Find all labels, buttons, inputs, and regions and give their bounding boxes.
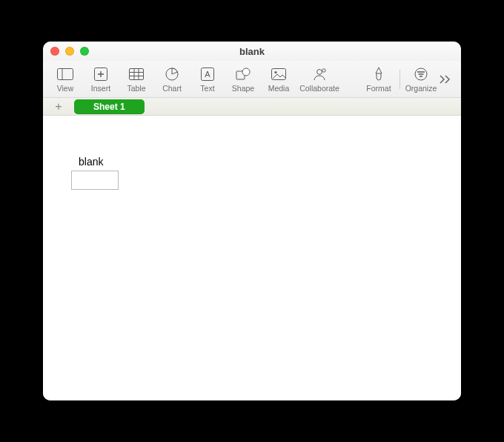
- media-button[interactable]: Media: [261, 62, 296, 96]
- toolbar: View Insert Table Chart A Text: [43, 61, 461, 98]
- svg-point-16: [274, 70, 276, 73]
- toolbar-overflow-button[interactable]: [439, 74, 457, 85]
- svg-point-14: [242, 68, 250, 76]
- toolbar-label: Text: [200, 84, 214, 93]
- svg-text:A: A: [205, 70, 210, 79]
- sheet-tabstrip: + Sheet 1: [43, 98, 461, 116]
- brush-icon: [371, 66, 387, 82]
- sidebar-icon: [57, 66, 73, 82]
- pie-chart-icon: [164, 66, 180, 82]
- shape-icon: [235, 66, 251, 82]
- window-controls: [50, 47, 89, 56]
- svg-point-17: [317, 69, 322, 74]
- svg-rect-5: [130, 68, 144, 79]
- table-cell[interactable]: [71, 171, 119, 190]
- toolbar-label: View: [57, 84, 74, 93]
- collaborate-button[interactable]: Collaborate: [296, 62, 342, 96]
- minimize-icon[interactable]: [65, 47, 74, 56]
- toolbar-label: Insert: [91, 84, 110, 93]
- svg-rect-0: [58, 68, 73, 79]
- toolbar-label: Shape: [232, 84, 254, 93]
- chevrons-right-icon: [439, 74, 451, 85]
- chart-button[interactable]: Chart: [154, 62, 190, 96]
- plus-icon: +: [55, 100, 62, 113]
- add-sheet-button[interactable]: +: [49, 99, 68, 114]
- app-window: blank View Insert Table Chart: [43, 42, 461, 400]
- toolbar-label: Format: [366, 84, 391, 93]
- toolbar-label: Table: [127, 84, 145, 93]
- format-button[interactable]: Format: [361, 62, 397, 96]
- window-title: blank: [43, 46, 461, 57]
- shape-button[interactable]: Shape: [225, 62, 261, 96]
- table-title[interactable]: blank: [79, 156, 103, 168]
- toolbar-label: Media: [268, 84, 290, 93]
- insert-button[interactable]: Insert: [83, 62, 119, 96]
- spreadsheet-canvas[interactable]: blank: [43, 116, 461, 400]
- sheet-tab-active[interactable]: Sheet 1: [74, 99, 145, 114]
- text-button[interactable]: A Text: [190, 62, 225, 96]
- text-icon: A: [199, 66, 216, 82]
- close-icon[interactable]: [50, 47, 59, 56]
- image-icon: [271, 66, 287, 82]
- titlebar[interactable]: blank: [43, 42, 461, 61]
- filter-icon: [413, 66, 429, 82]
- svg-point-18: [322, 68, 325, 71]
- toolbar-label: Organize: [405, 84, 437, 93]
- plus-box-icon: [93, 66, 109, 82]
- toolbar-divider: [399, 70, 400, 89]
- toolbar-label: Chart: [162, 84, 182, 93]
- organize-button[interactable]: Organize: [403, 62, 439, 96]
- zoom-icon[interactable]: [80, 47, 89, 56]
- table-button[interactable]: Table: [119, 62, 154, 96]
- table-icon: [128, 66, 145, 82]
- toolbar-label: Collaborate: [299, 84, 339, 93]
- collaborate-icon: [311, 66, 328, 82]
- view-button[interactable]: View: [47, 62, 83, 96]
